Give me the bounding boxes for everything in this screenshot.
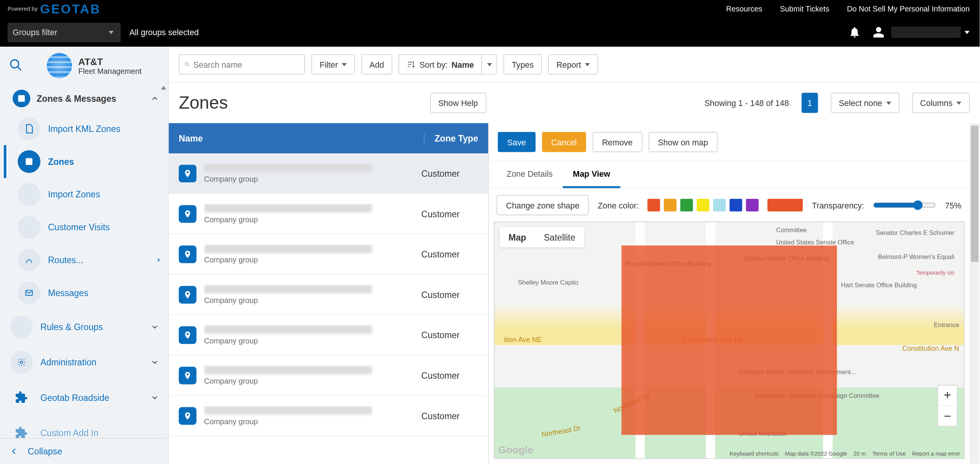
color-swatch[interactable] xyxy=(714,199,726,212)
map-keyboard-shortcuts[interactable]: Keyboard shortcuts xyxy=(730,451,779,457)
map-attribution: Keyboard shortcuts Map data ©2022 Google… xyxy=(730,451,960,457)
sort-dropdown[interactable]: Sort by: Name xyxy=(399,54,497,75)
link-submit-tickets[interactable]: Submit Tickets xyxy=(780,5,830,13)
button-label: Change zone shape xyxy=(506,200,580,210)
button-label: Types xyxy=(512,60,534,69)
sidebar-section-label: Rules & Groups xyxy=(41,322,103,332)
map-type-satellite[interactable]: Satellite xyxy=(535,227,584,247)
sidebar-item-zones[interactable]: Zones xyxy=(4,145,168,178)
remove-button[interactable]: Remove xyxy=(593,132,642,152)
column-header-zone-type[interactable]: Zone Type xyxy=(424,133,488,143)
sidebar-item-label: Import KML Zones xyxy=(48,124,120,134)
collapse-sidebar-button[interactable]: Collapse xyxy=(0,438,168,464)
scrollbar-thumb[interactable] xyxy=(971,125,978,262)
zoom-in-button[interactable]: + xyxy=(938,386,957,406)
show-on-map-button[interactable]: Show on map xyxy=(648,132,718,152)
sidebar-section-custom-addin[interactable]: Custom Add In xyxy=(4,415,168,438)
svg-line-1 xyxy=(18,67,21,70)
groups-filter-dropdown[interactable]: Groups filter xyxy=(8,23,121,42)
chevron-down-icon xyxy=(585,63,590,66)
zoom-out-button[interactable]: − xyxy=(938,406,957,426)
columns-button[interactable]: Columns xyxy=(912,93,970,113)
link-resources[interactable]: Resources xyxy=(726,5,763,13)
report-button[interactable]: Report xyxy=(548,54,598,75)
column-header-name[interactable]: Name xyxy=(169,133,424,143)
color-swatch[interactable] xyxy=(746,199,759,212)
map-type-map[interactable]: Map xyxy=(500,227,535,247)
map-canvas[interactable]: ition Ave NE Constitution Ave NE Constit… xyxy=(494,221,964,459)
cancel-button[interactable]: Cancel xyxy=(542,132,586,152)
zone-type-cell: Customer xyxy=(421,249,479,259)
save-button[interactable]: Save xyxy=(498,132,535,152)
search-input[interactable] xyxy=(193,60,299,69)
sidebar-item-routes[interactable]: Routes... xyxy=(4,244,168,277)
search-input-wrapper[interactable] xyxy=(179,54,305,75)
sidebar-item-import-zones[interactable]: Import Zones xyxy=(4,178,168,211)
change-zone-shape-button[interactable]: Change zone shape xyxy=(497,195,589,215)
color-swatch[interactable] xyxy=(681,199,693,212)
add-button[interactable]: Add xyxy=(361,54,392,75)
filter-button[interactable]: Filter xyxy=(311,54,355,75)
table-row[interactable]: Company groupCustomer xyxy=(169,194,488,234)
page-number-button[interactable]: 1 xyxy=(802,93,818,113)
table-row[interactable]: Company groupCustomer xyxy=(169,315,488,355)
nav-section-zones-messages[interactable]: Zones & Messages xyxy=(4,85,168,112)
zone-name-cell: Company group xyxy=(204,284,414,304)
zone-color-label: Zone color: xyxy=(598,200,639,210)
tab-map-view[interactable]: Map View xyxy=(563,161,620,188)
table-row[interactable]: Company groupCustomer xyxy=(169,355,488,396)
sidebar-item-customer-visits[interactable]: Customer Visits xyxy=(4,211,168,244)
puzzle-icon xyxy=(10,422,33,438)
map-type-toggle[interactable]: Map Satellite xyxy=(500,227,584,247)
show-help-button[interactable]: Show Help xyxy=(430,93,486,113)
sidebar-section-rules-groups[interactable]: Rules & Groups xyxy=(4,309,168,345)
table-row[interactable]: Company groupCustomer xyxy=(169,275,488,315)
sort-by-label: Sort by: xyxy=(420,60,448,69)
chevron-down-icon xyxy=(150,322,159,331)
search-icon[interactable] xyxy=(9,58,23,72)
sidebar-item-messages[interactable]: Messages xyxy=(4,277,168,309)
chevron-down-icon xyxy=(965,31,970,34)
color-swatch[interactable] xyxy=(648,199,660,212)
chevron-down-icon xyxy=(150,358,159,367)
selected-color-swatch xyxy=(768,199,803,212)
chevron-down-icon[interactable] xyxy=(482,54,497,75)
table-row[interactable]: Company groupCustomer xyxy=(169,153,488,194)
table-row[interactable]: Company groupCustomer xyxy=(169,234,488,275)
button-label: Show Help xyxy=(438,98,478,108)
chevron-down-icon xyxy=(956,101,961,104)
tab-zone-details[interactable]: Zone Details xyxy=(497,161,563,188)
link-do-not-sell[interactable]: Do Not Sell My Personal Information xyxy=(847,5,969,13)
color-swatch[interactable] xyxy=(697,199,710,212)
location-pin-icon xyxy=(179,326,196,344)
sidebar-section-administration[interactable]: Administration xyxy=(4,345,168,380)
zone-name-cell: Company group xyxy=(204,163,414,184)
svg-point-0 xyxy=(11,60,19,68)
page-header-row: Zones Show Help Showing 1 - 148 of 148 1… xyxy=(169,83,980,123)
zone-name-cell: Company group xyxy=(204,365,414,386)
notifications-icon[interactable] xyxy=(848,26,861,39)
table-row[interactable]: Company groupCustomer xyxy=(169,396,488,436)
color-swatch[interactable] xyxy=(730,199,742,212)
user-menu[interactable] xyxy=(872,26,970,39)
button-label: Cancel xyxy=(551,137,577,147)
types-button[interactable]: Types xyxy=(503,54,542,75)
map-terms[interactable]: Terms of Use xyxy=(872,451,906,457)
scrollbar[interactable] xyxy=(970,123,980,464)
button-label: Filter xyxy=(320,60,338,69)
vendor-logo: Powered by GEOTAB xyxy=(8,2,101,16)
sidebar-section-geotab-roadside[interactable]: Geotab Roadside xyxy=(4,380,168,415)
map-report-error[interactable]: Report a map error xyxy=(912,451,960,457)
transparency-slider[interactable] xyxy=(873,200,936,210)
select-none-button[interactable]: Select none xyxy=(831,93,899,113)
sidebar-item-import-kml[interactable]: Import KML Zones xyxy=(4,112,168,145)
zone-group-label: Company group xyxy=(204,417,414,426)
map-poi-label: Hart Senate Office Building xyxy=(841,281,917,288)
map-street-label: Constitution Ave N xyxy=(902,345,959,353)
transparency-label: Transparency: xyxy=(812,200,864,210)
color-swatch[interactable] xyxy=(664,199,677,212)
zone-shape-overlay[interactable] xyxy=(621,246,837,435)
zone-detail-panel: Save Cancel Remove Show on map Zone Deta… xyxy=(488,123,969,464)
collapse-label: Collapse xyxy=(28,446,62,456)
search-icon xyxy=(185,59,189,69)
